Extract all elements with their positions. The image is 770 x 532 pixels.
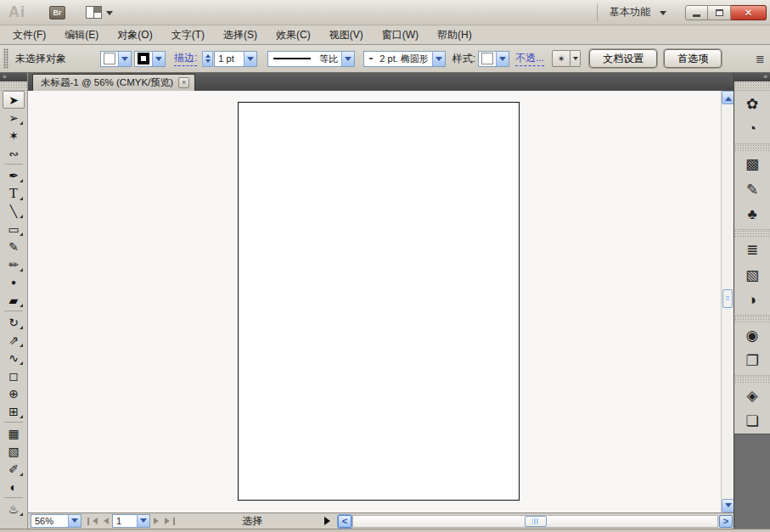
- document-tab[interactable]: 未标题-1 @ 56% (CMYK/预览) ×: [32, 74, 195, 91]
- expand-panels-icon[interactable]: «: [764, 73, 767, 81]
- menu-type[interactable]: 文字(T): [162, 25, 214, 44]
- scale-tool[interactable]: ⇗: [3, 331, 25, 349]
- symbol-sprayer-tool[interactable]: ♨: [3, 500, 25, 518]
- color-panel-icon[interactable]: ✿: [734, 91, 770, 116]
- close-button[interactable]: ✕: [731, 5, 767, 20]
- stroke-swatch-icon: [138, 53, 149, 64]
- minimize-button[interactable]: [685, 5, 708, 20]
- panel-dock-grip[interactable]: [734, 81, 770, 91]
- artboard[interactable]: [238, 102, 520, 501]
- paintbrush-tool[interactable]: ✎: [3, 238, 25, 255]
- direct-selection-tool[interactable]: ➢: [3, 109, 25, 126]
- blend-tool[interactable]: ◐: [3, 478, 25, 496]
- window-controls: ✕: [685, 5, 767, 20]
- scroll-up-button[interactable]: [722, 91, 733, 104]
- horizontal-scrollbar-thumb[interactable]: [525, 516, 547, 527]
- menu-effect[interactable]: 效果(C): [267, 25, 320, 44]
- tools-dock-header: »: [0, 73, 27, 81]
- perspective-grid-tool[interactable]: ⊞: [3, 402, 25, 420]
- menu-view[interactable]: 视图(V): [320, 25, 373, 44]
- magic-wand-tool[interactable]: ✶: [3, 126, 25, 144]
- appearance-panel-icon[interactable]: ◉: [734, 322, 770, 348]
- rotate-tool[interactable]: ↻: [3, 313, 25, 331]
- control-bar-grip[interactable]: [3, 48, 8, 69]
- workspace-caret-icon[interactable]: [660, 11, 666, 19]
- arrange-documents-caret-icon[interactable]: [106, 11, 113, 19]
- bridge-button[interactable]: Br: [49, 6, 65, 20]
- select-similar-button[interactable]: ✶: [552, 50, 570, 67]
- stroke-panel-icon[interactable]: ≣: [734, 237, 770, 262]
- mesh-tool[interactable]: ▦: [3, 424, 25, 442]
- arrange-documents-icon[interactable]: [86, 6, 102, 19]
- menu-object[interactable]: 对象(O): [108, 25, 161, 44]
- scroll-left-button[interactable]: <: [338, 515, 351, 528]
- previous-artboard-button[interactable]: [98, 515, 110, 527]
- control-panel-menu-icon[interactable]: ≣: [756, 53, 767, 65]
- status-popup-icon[interactable]: [324, 517, 334, 525]
- stroke-color-dropdown[interactable]: [134, 51, 166, 67]
- vertical-scrollbar[interactable]: [721, 91, 733, 512]
- select-similar-options-button[interactable]: [570, 50, 581, 67]
- fill-color-dropdown[interactable]: [100, 51, 132, 67]
- canvas[interactable]: [28, 91, 733, 512]
- rectangle-tool[interactable]: ▭: [3, 220, 25, 238]
- layers-panel-icon[interactable]: ◈: [734, 383, 770, 408]
- line-segment-tool[interactable]: ╲: [3, 202, 25, 220]
- scroll-right-button[interactable]: >: [719, 515, 733, 528]
- menu-window[interactable]: 窗口(W): [373, 25, 428, 44]
- transparency-panel-icon[interactable]: ◑: [734, 288, 770, 313]
- menu-help[interactable]: 帮助(H): [428, 25, 481, 44]
- restore-button[interactable]: [708, 5, 731, 20]
- stroke-weight-dropdown[interactable]: 1 pt: [214, 51, 257, 67]
- first-artboard-button[interactable]: [87, 515, 98, 527]
- graphic-styles-panel-icon[interactable]: ❐: [734, 348, 770, 373]
- dock-group-divider[interactable]: [734, 315, 770, 322]
- vertical-scrollbar-thumb[interactable]: [722, 289, 733, 308]
- width-profile-dropdown[interactable]: 等比: [267, 51, 355, 67]
- menu-edit[interactable]: 编辑(E): [55, 25, 108, 44]
- opacity-link[interactable]: 不透...: [515, 51, 544, 66]
- lasso-tool[interactable]: ∾: [3, 144, 25, 162]
- zoom-level-dropdown[interactable]: 56%: [31, 514, 81, 528]
- selection-tool[interactable]: ➤: [3, 91, 25, 109]
- preferences-button[interactable]: 首选项: [664, 49, 722, 68]
- brush-definition-dropdown[interactable]: 2 pt. 椭圆形: [363, 51, 445, 67]
- swatches-panel-icon[interactable]: ▩: [734, 151, 770, 176]
- color-guide-panel-icon[interactable]: ◔: [734, 116, 770, 142]
- document-tab-close-icon[interactable]: ×: [178, 77, 189, 88]
- pencil-tool[interactable]: ✏: [3, 255, 25, 273]
- eyedropper-tool[interactable]: ✐: [3, 460, 25, 478]
- pen-tool[interactable]: ✒: [3, 166, 25, 184]
- gradient-tool[interactable]: ▧: [3, 442, 25, 460]
- symbols-panel-icon[interactable]: ♣: [734, 202, 770, 227]
- stroke-panel-link[interactable]: 描边:: [174, 51, 197, 66]
- horizontal-scrollbar[interactable]: [352, 515, 718, 528]
- graphic-style-dropdown[interactable]: [478, 51, 509, 67]
- stroke-weight-stepper[interactable]: [202, 51, 213, 67]
- gradient-panel-icon[interactable]: ▧: [734, 262, 770, 288]
- menu-select[interactable]: 选择(S): [214, 25, 267, 44]
- type-tool[interactable]: T: [3, 184, 25, 202]
- free-transform-tool[interactable]: ◻: [3, 367, 25, 384]
- artboard-navigation-dropdown[interactable]: 1: [112, 514, 150, 528]
- scroll-down-button[interactable]: [722, 499, 733, 512]
- panel-dock: « ✿ ◔ ▩ ✎ ♣ ≣ ▧ ◑ ◉ ❐ ◈ ❏: [733, 73, 770, 529]
- workspace-switcher[interactable]: 基本功能: [610, 5, 650, 20]
- document-setup-button[interactable]: 文档设置: [589, 49, 657, 68]
- shape-builder-tool[interactable]: ⊕: [3, 384, 25, 402]
- blob-brush-tool[interactable]: ●: [3, 273, 25, 291]
- artboards-panel-icon[interactable]: ❏: [734, 408, 770, 434]
- dock-group-divider[interactable]: [734, 229, 770, 237]
- dock-group-divider[interactable]: [734, 143, 770, 151]
- brushes-panel-icon[interactable]: ✎: [734, 176, 770, 202]
- eraser-tool[interactable]: ▰: [3, 291, 25, 309]
- menu-file[interactable]: 文件(F): [3, 25, 55, 44]
- last-artboard-button[interactable]: [164, 515, 176, 527]
- tools-panel-grip[interactable]: [0, 81, 27, 91]
- width-tool[interactable]: ∿: [3, 349, 25, 367]
- collapse-tools-icon[interactable]: »: [3, 73, 6, 81]
- fill-dropdown-arrow-icon: [118, 52, 131, 66]
- select-similar-wand-icon: ✶: [558, 53, 565, 64]
- dock-group-divider[interactable]: [734, 375, 770, 383]
- next-artboard-button[interactable]: [152, 515, 164, 527]
